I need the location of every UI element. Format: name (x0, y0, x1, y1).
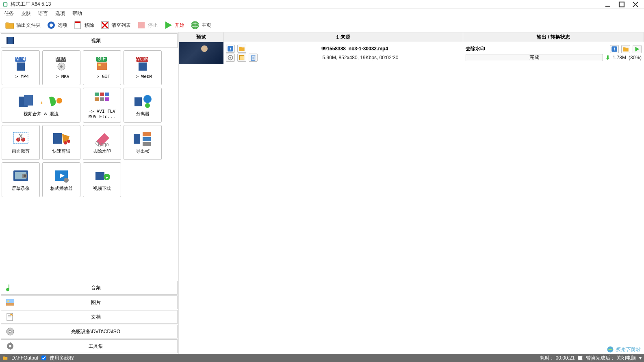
after-checkbox[interactable] (578, 356, 583, 360)
svg-rect-44 (134, 97, 142, 106)
start-button[interactable]: 开始 (162, 19, 186, 31)
task-list: 预览 1 来源 输出 / 转换状态 i 991558388_nb3-1-3003… (179, 32, 644, 354)
splitter-icon (133, 93, 152, 110)
category-document[interactable]: 文档 (1, 310, 178, 324)
category-picture[interactable]: 图片 (1, 295, 178, 309)
avi-icon (92, 91, 112, 107)
options-icon (46, 20, 56, 30)
video-tools-grid: MP4 -> MP4 MKV -> MKV GIF -> GIF WebM ->… (0, 49, 178, 280)
globe-icon (190, 20, 200, 30)
download-icon (92, 168, 112, 184)
maximize-button[interactable] (616, 1, 628, 8)
screen-recorder-button[interactable]: 屏幕录像 (2, 162, 40, 197)
svg-rect-41 (95, 97, 99, 101)
svg-point-46 (145, 103, 150, 108)
stop-button[interactable]: 停止 (135, 19, 159, 31)
output-path-icon[interactable] (2, 355, 8, 361)
svg-rect-35 (24, 95, 33, 106)
to-mp4-button[interactable]: MP4 -> MP4 (2, 50, 40, 85)
export-frame-icon (133, 131, 152, 147)
menu-task[interactable]: 任务 (4, 10, 14, 17)
col-preview[interactable]: 预览 (179, 32, 223, 42)
svg-rect-13 (138, 22, 145, 28)
settings-button[interactable] (226, 54, 235, 62)
statusbar: D:\FFOutput 使用多线程 耗时 : 00:00:21 转换完成后 : … (0, 354, 644, 362)
options-button[interactable]: 选项 (45, 19, 69, 31)
multithread-checkbox[interactable] (41, 356, 46, 360)
chevron-down-icon[interactable]: ▾ (639, 355, 642, 361)
svg-point-83 (230, 56, 232, 58)
close-button[interactable] (629, 1, 642, 8)
crop-button[interactable]: 画面裁剪 (2, 125, 40, 160)
category-toolset[interactable]: 工具集 (1, 339, 178, 353)
col-source[interactable]: 1 来源 (223, 32, 463, 42)
svg-point-54 (67, 140, 70, 143)
svg-point-30 (98, 64, 101, 66)
recorder-icon (11, 168, 30, 184)
output-path[interactable]: D:\FFOutput (11, 355, 38, 361)
svg-rect-78 (10, 342, 11, 344)
info-button[interactable]: i (226, 45, 235, 53)
menu-skin[interactable]: 皮肤 (21, 10, 31, 17)
document-icon (5, 312, 15, 322)
task-row[interactable]: i 991558388_nb3-1-30032.mp4 5.90M, 852x4… (179, 42, 644, 64)
svg-text:WebM: WebM (135, 56, 149, 62)
svg-text:MP4: MP4 (15, 56, 26, 62)
player-button[interactable]: 格式播放器 (42, 162, 80, 197)
mkv-icon: MKV (52, 56, 71, 72)
table-header: 预览 1 来源 输出 / 转换状态 (179, 32, 644, 42)
clear-button[interactable]: 清空列表 (98, 19, 132, 31)
to-mkv-button[interactable]: MKV -> MKV (42, 50, 80, 85)
category-video[interactable]: 视频 (1, 33, 178, 48)
picture-icon (5, 297, 15, 307)
menu-help[interactable]: 帮助 (72, 10, 82, 17)
audio-icon (5, 283, 15, 293)
webm-icon: WebM (133, 56, 152, 72)
svg-point-37 (56, 98, 62, 103)
to-gif-button[interactable]: GIF -> GIF (83, 50, 121, 85)
window-title: 格式工厂 X64 5.13 (11, 1, 602, 8)
range-button[interactable] (237, 54, 246, 62)
output-folder-button[interactable] (621, 45, 630, 53)
sidebar: 视频 MP4 -> MP4 MKV -> MKV GIF -> GIF WebM… (0, 32, 179, 354)
remove-watermark-button[interactable]: Logo 去除水印 (83, 125, 121, 160)
after-action[interactable]: 关闭电脑 (616, 355, 636, 362)
category-audio[interactable]: 音频 (1, 281, 178, 295)
svg-rect-47 (13, 132, 28, 144)
to-avi-button[interactable]: -> AVI FLV MOV Etc... (83, 88, 121, 123)
svg-rect-3 (619, 2, 624, 7)
category-disc[interactable]: 光驱设备\DVD\CD\ISO (1, 325, 178, 338)
menu-lang[interactable]: 语言 (38, 10, 48, 17)
downloader-button[interactable]: 视频下载 (83, 162, 121, 197)
svg-point-63 (24, 175, 26, 177)
stop-icon (137, 20, 146, 30)
delete-button[interactable] (249, 54, 258, 62)
svg-point-77 (9, 345, 11, 347)
merge-button[interactable]: + 视频合并 & 混流 (2, 88, 80, 123)
menu-options[interactable]: 选项 (55, 10, 65, 17)
svg-rect-43 (105, 97, 109, 101)
svg-rect-1 (4, 3, 7, 6)
quick-clip-button[interactable]: 快速剪辑 (42, 125, 80, 160)
file-meta: 5.90M, 852x480, 19Kbps, 00:02:30 (260, 55, 461, 60)
video-icon (5, 36, 15, 45)
svg-point-53 (64, 141, 67, 144)
play-output-button[interactable] (633, 45, 642, 53)
svg-text:+: + (40, 100, 43, 106)
col-status[interactable]: 输出 / 转换状态 (463, 32, 644, 42)
minimize-button[interactable] (602, 1, 614, 8)
svg-rect-18 (7, 37, 8, 44)
svg-point-26 (60, 65, 63, 68)
export-frame-button[interactable]: 导出帧 (124, 125, 162, 160)
remove-button[interactable]: 移除 (72, 19, 96, 31)
svg-text:GIF: GIF (98, 56, 106, 62)
output-folder-button[interactable]: 输出文件夹 (3, 19, 42, 31)
svg-rect-40 (105, 93, 109, 96)
output-info-button[interactable]: i (610, 45, 619, 53)
splitter-button[interactable]: 分离器 (124, 88, 162, 123)
open-folder-button[interactable] (237, 45, 246, 53)
progress-bar: 完成 (466, 54, 603, 61)
multithread-label: 使用多线程 (50, 355, 74, 362)
to-webm-button[interactable]: WebM -> WebM (124, 50, 162, 85)
homepage-button[interactable]: 主页 (189, 19, 213, 31)
